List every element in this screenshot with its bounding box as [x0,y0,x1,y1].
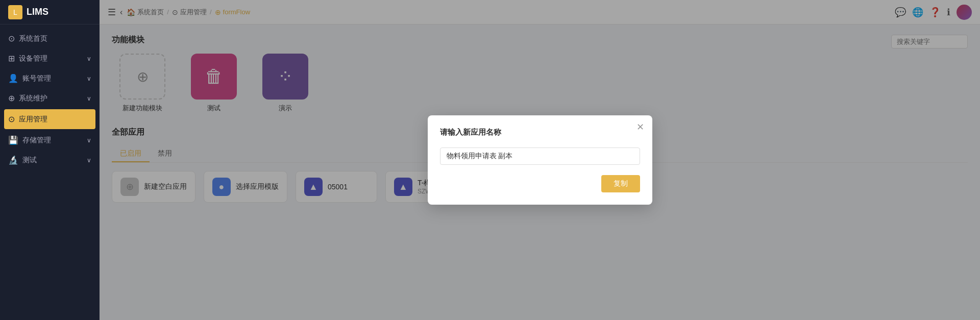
sidebar: L LIMS ⊙ 系统首页 ⊞ 设备管理 ∨👤 账号管理 ∨⊕ 系统维护 ∨⊙ … [0,0,100,320]
nav-label-test: 测试 [22,156,37,165]
modal-title: 请输入新应用名称 [440,128,640,137]
main-wrapper: ☰ ‹ 🏠系统首页/⊙应用管理/⊕formFlow 💬 🌐 ❓ ℹ 功能模块 ⊕… [100,0,980,320]
nav-icon-test: 🔬 [8,155,18,165]
nav-arrow-system: ∨ [87,95,91,102]
modal-name-input[interactable] [440,147,640,165]
nav-arrow-equipment: ∨ [87,55,91,62]
sidebar-item-account[interactable]: 👤 账号管理 ∨ [0,68,100,88]
nav-label-system: 系统维护 [19,94,47,103]
nav-arrow-account: ∨ [87,75,91,82]
nav-icon-system: ⊕ [8,93,15,103]
nav-icon-account: 👤 [8,73,18,83]
sidebar-item-equipment[interactable]: ⊞ 设备管理 ∨ [0,48,100,68]
nav-arrow-storage: ∨ [87,137,91,144]
nav-icon-home: ⊙ [8,34,15,43]
sidebar-nav: ⊙ 系统首页 ⊞ 设备管理 ∨👤 账号管理 ∨⊕ 系统维护 ∨⊙ 应用管理 💾 … [0,24,100,320]
nav-icon-equipment: ⊞ [8,54,15,63]
sidebar-item-app-mgmt[interactable]: ⊙ 应用管理 [4,109,95,129]
modal-overlay: 请输入新应用名称 ✕ 复制 [100,0,980,320]
nav-label-home: 系统首页 [19,34,47,43]
sidebar-item-system[interactable]: ⊕ 系统维护 ∨ [0,88,100,108]
nav-arrow-test: ∨ [87,157,91,164]
nav-icon-app-mgmt: ⊙ [8,114,15,124]
nav-label-equipment: 设备管理 [19,54,47,63]
copy-button[interactable]: 复制 [601,175,640,192]
sidebar-item-storage[interactable]: 💾 存储管理 ∨ [0,130,100,150]
logo-icon: L [8,5,22,19]
sidebar-item-home[interactable]: ⊙ 系统首页 [0,29,100,48]
sidebar-item-test[interactable]: 🔬 测试 ∨ [0,150,100,170]
nav-icon-storage: 💾 [8,135,18,145]
modal-footer: 复制 [440,175,640,192]
nav-label-storage: 存储管理 [22,136,51,145]
modal-close-button[interactable]: ✕ [636,122,644,132]
logo-text: LIMS [27,7,48,17]
nav-label-account: 账号管理 [22,74,51,83]
nav-label-app-mgmt: 应用管理 [19,115,47,124]
sidebar-logo: L LIMS [0,0,100,24]
modal: 请输入新应用名称 ✕ 复制 [428,115,652,205]
